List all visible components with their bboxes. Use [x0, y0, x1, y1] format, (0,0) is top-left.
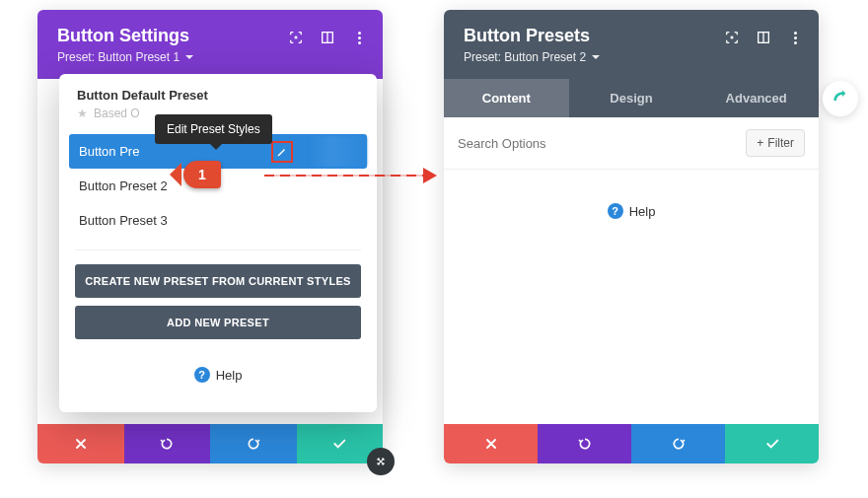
- plus-icon: +: [757, 136, 763, 150]
- columns-icon[interactable]: [320, 30, 335, 45]
- svg-rect-3: [731, 36, 734, 39]
- preset-selector-label: Preset: Button Preset 1: [57, 50, 180, 64]
- focus-icon[interactable]: [724, 30, 740, 45]
- settings-header: Button Settings Preset: Button Preset 1: [37, 10, 383, 79]
- preset-item-label: Button Pre: [79, 144, 139, 159]
- divider: [75, 249, 361, 250]
- filter-label: Filter: [767, 136, 794, 150]
- kebab-menu-icon[interactable]: [787, 30, 803, 45]
- preset-item-actions-blur: [308, 136, 367, 167]
- confirm-button[interactable]: [725, 424, 819, 463]
- preset-item-3[interactable]: Button Preset 3: [69, 203, 367, 238]
- tabs: Content Design Advanced: [444, 79, 819, 117]
- preset-selector[interactable]: Preset: Button Preset 2: [464, 50, 600, 64]
- presets-header: Button Presets Preset: Button Preset 2: [444, 10, 819, 79]
- focus-icon[interactable]: [288, 30, 304, 45]
- header-actions: [288, 30, 367, 45]
- redo-button[interactable]: [631, 424, 725, 463]
- preset-selector[interactable]: Preset: Button Preset 1: [57, 50, 193, 64]
- add-preset-button[interactable]: ADD NEW PRESET: [75, 306, 361, 339]
- chevron-down-icon: [592, 55, 600, 63]
- cancel-button[interactable]: [37, 424, 124, 463]
- tab-advanced[interactable]: Advanced: [693, 79, 819, 117]
- help-label: Help: [216, 368, 243, 383]
- footer-actions: [444, 424, 819, 463]
- presets-panel: Button Presets Preset: Button Preset 2 C…: [444, 10, 819, 463]
- default-preset-title: Button Default Preset: [77, 88, 359, 103]
- help-icon: ?: [194, 367, 210, 383]
- edit-preset-icon[interactable]: [271, 141, 293, 163]
- help-link[interactable]: ?Help: [464, 189, 799, 231]
- tab-content[interactable]: Content: [444, 79, 569, 117]
- kebab-menu-icon[interactable]: [351, 30, 367, 45]
- svg-rect-0: [295, 36, 298, 39]
- annotation-step-1: 1: [183, 161, 221, 188]
- cancel-button[interactable]: [444, 424, 538, 463]
- preset-selector-label: Preset: Button Preset 2: [464, 50, 586, 64]
- help-icon: ?: [608, 203, 623, 219]
- annotation-arrow: [264, 173, 437, 178]
- resize-handle[interactable]: [367, 448, 395, 475]
- star-icon: ★: [77, 107, 88, 120]
- floating-action-button[interactable]: [823, 81, 858, 116]
- based-on-text: Based O: [94, 107, 140, 120]
- search-row: + Filter: [444, 117, 819, 170]
- tab-design[interactable]: Design: [569, 79, 694, 117]
- tooltip-edit-preset: Edit Preset Styles: [155, 114, 272, 144]
- header-actions: [724, 30, 803, 45]
- filter-button[interactable]: + Filter: [746, 129, 805, 157]
- columns-icon[interactable]: [756, 30, 771, 45]
- redo-button[interactable]: [210, 424, 297, 463]
- search-input[interactable]: [458, 136, 738, 151]
- chevron-down-icon: [185, 55, 193, 63]
- popover-help-link[interactable]: ?Help: [59, 353, 377, 394]
- footer-actions: [37, 424, 383, 463]
- create-preset-button[interactable]: CREATE NEW PRESET FROM CURRENT STYLES: [75, 264, 361, 298]
- undo-button[interactable]: [124, 424, 211, 463]
- help-label: Help: [629, 204, 656, 219]
- undo-button[interactable]: [538, 424, 631, 463]
